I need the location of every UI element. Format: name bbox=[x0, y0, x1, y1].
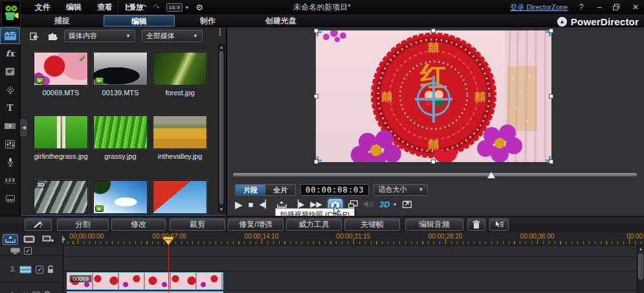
timeline-clip-video[interactable]: 00069 bbox=[67, 272, 223, 290]
split-button[interactable]: 分割 bbox=[57, 218, 109, 231]
preview-seek-slider[interactable] bbox=[232, 172, 638, 177]
scrollbar-thumb[interactable] bbox=[219, 51, 223, 204]
help-button[interactable]: ? bbox=[577, 3, 586, 12]
sidebar-item-pip-objects-room[interactable]: ✱✱ bbox=[0, 62, 20, 80]
play-button[interactable]: ▶ bbox=[235, 200, 243, 209]
timeline-ruler[interactable]: 00:00:00:00 00:00:07:05 00:00:14:10 00:0… bbox=[65, 231, 644, 246]
track-manager-button[interactable] bbox=[40, 234, 56, 245]
sidebar-item-voiceover-room[interactable] bbox=[0, 153, 20, 171]
video-clip-badge-icon: ▶ bbox=[95, 205, 104, 212]
resize-handle-w[interactable] bbox=[314, 94, 318, 99]
undock-preview-button[interactable] bbox=[403, 200, 412, 208]
delete-trash-button[interactable] bbox=[467, 218, 485, 231]
collapse-panel-handle[interactable]: ◀ bbox=[20, 118, 28, 137]
media-label: girlinthegrass.jpg bbox=[34, 152, 88, 160]
playhead-line[interactable] bbox=[168, 238, 169, 293]
dual-preview-button[interactable] bbox=[348, 200, 358, 208]
title-room-icon: T bbox=[6, 102, 13, 113]
preview-stage[interactable]: 囍 囍 囍 囍 红 bbox=[316, 30, 551, 162]
media-thumbnail-girlinthegrass[interactable] bbox=[34, 115, 88, 149]
stop-button[interactable]: ■ bbox=[249, 200, 254, 209]
library-scrollbar[interactable]: ▲ ▼ bbox=[218, 44, 225, 213]
fix-enhance-button[interactable]: 修复/增强 bbox=[228, 218, 283, 231]
edit-audio-button[interactable]: 编辑音频 bbox=[405, 218, 463, 231]
menu-view[interactable]: 查看 bbox=[91, 1, 119, 14]
scroll-up-icon[interactable]: ▲ bbox=[219, 45, 224, 49]
scrollbar-thumb[interactable] bbox=[638, 253, 643, 279]
tab-edit[interactable]: 编辑 bbox=[104, 15, 175, 27]
sidebar-item-audio-mixing-room[interactable] bbox=[0, 135, 20, 153]
fast-forward-button[interactable]: ▶▶ bbox=[310, 200, 322, 208]
minimize-button[interactable]: – bbox=[595, 3, 604, 12]
menu-file[interactable]: 文件 bbox=[28, 1, 57, 14]
library-content-dropdown[interactable]: 媒体内容 ▼ bbox=[64, 30, 135, 42]
track-enable-checkbox[interactable]: ✓ bbox=[24, 247, 32, 255]
tab-capture[interactable]: 捕捉 bbox=[39, 15, 85, 27]
resize-handle-se[interactable] bbox=[549, 159, 553, 164]
sidebar-item-chapter-room[interactable]: 123 bbox=[0, 171, 20, 189]
sidebar-item-media-room[interactable] bbox=[0, 27, 20, 44]
context-menu-button[interactable] bbox=[489, 218, 509, 231]
magic-wand-button[interactable] bbox=[25, 218, 52, 231]
aspect-ratio-dropdown[interactable]: 16:9 ▼ bbox=[166, 3, 190, 12]
storyboard-view-button[interactable] bbox=[21, 234, 37, 245]
crop-button[interactable]: 裁剪 bbox=[170, 218, 225, 231]
timecode-display[interactable]: 00:00:08:03 bbox=[300, 184, 369, 196]
resize-handle-s[interactable] bbox=[431, 159, 436, 164]
media-thumbnail-umbrella[interactable] bbox=[153, 180, 207, 214]
media-thumbnail-3d[interactable]: 3D bbox=[34, 180, 88, 214]
media-thumbnail-00139[interactable]: ▶ bbox=[93, 52, 148, 86]
scroll-up-icon[interactable]: ▲ bbox=[639, 247, 643, 251]
redo-icon[interactable]: ↷ bbox=[153, 3, 160, 12]
step-ruler-button[interactable] bbox=[277, 200, 287, 208]
resize-handle-nw[interactable] bbox=[314, 29, 318, 33]
volume-muted-icon[interactable] bbox=[364, 200, 373, 208]
track-enable-checkbox[interactable]: ✓ bbox=[36, 266, 43, 274]
media-thumbnail-inthevalley[interactable] bbox=[153, 115, 207, 149]
tab-produce[interactable]: 制作 bbox=[186, 15, 229, 27]
menu-edit[interactable]: 编辑 bbox=[60, 1, 88, 14]
timeline-track-area[interactable]: 00069 00069 bbox=[64, 246, 637, 293]
media-thumbnail-sky[interactable]: ▶ bbox=[93, 180, 148, 214]
modify-button[interactable]: 修改 bbox=[111, 218, 166, 231]
power-tools-button[interactable]: 威力工具 bbox=[286, 218, 342, 231]
timeline-view-button[interactable] bbox=[3, 234, 18, 245]
settings-gear-icon[interactable]: ⚙ bbox=[195, 3, 203, 12]
mode-clip-button[interactable]: 片段 bbox=[236, 185, 265, 195]
3d-mode-dropdown[interactable]: 3D ▼ bbox=[379, 200, 397, 209]
sidebar-item-title-room[interactable]: T bbox=[0, 99, 20, 117]
seek-thumb[interactable] bbox=[487, 172, 495, 178]
tab-create-disc[interactable]: 创建光盘 bbox=[254, 15, 308, 27]
next-frame-button[interactable]: ▕▶ bbox=[293, 200, 304, 208]
restore-button[interactable] bbox=[613, 4, 622, 10]
zoom-fit-dropdown[interactable]: 适合大小 ▼ bbox=[373, 184, 428, 196]
resize-handle-ne[interactable] bbox=[549, 29, 553, 33]
sidebar-item-subtitle-room[interactable] bbox=[0, 189, 20, 207]
sidebar-item-transition-room[interactable] bbox=[0, 117, 20, 135]
unlock-icon[interactable] bbox=[47, 265, 54, 274]
import-media-icon[interactable] bbox=[30, 32, 41, 41]
previous-frame-button[interactable]: ◀▏ bbox=[259, 200, 271, 208]
mode-movie-button[interactable]: 全片 bbox=[265, 185, 295, 195]
media-type-dropdown[interactable]: 全部媒体 ▼ bbox=[142, 30, 203, 42]
undo-icon[interactable]: ↶ bbox=[139, 3, 146, 12]
media-thumbnail-forest[interactable] bbox=[153, 52, 207, 86]
keyframe-button[interactable]: 关键帧 bbox=[344, 218, 400, 231]
sidebar-item-particle-room[interactable] bbox=[0, 80, 20, 99]
rotate-circle-handle[interactable] bbox=[417, 82, 450, 116]
library-menu-icon[interactable]: ⋮ bbox=[216, 30, 224, 34]
resize-handle-sw[interactable] bbox=[314, 159, 318, 164]
media-thumbnail-00069[interactable]: ▶ ✓ bbox=[34, 52, 88, 86]
resize-handle-e[interactable] bbox=[549, 94, 553, 99]
login-directorzone-link[interactable]: 登录 DirectorZone bbox=[510, 3, 568, 12]
save-icon[interactable] bbox=[125, 3, 133, 11]
scroll-down-icon[interactable]: ▼ bbox=[219, 207, 224, 211]
close-button[interactable]: ✕ bbox=[631, 3, 640, 12]
ruler-label: 00:00:28:20 bbox=[428, 233, 463, 240]
sidebar-item-effect-room[interactable]: fx bbox=[0, 44, 20, 62]
timeline-scrollbar[interactable]: ▲ bbox=[637, 246, 644, 293]
plugin-puzzle-icon[interactable] bbox=[47, 31, 58, 41]
media-thumbnail-grassy[interactable] bbox=[93, 115, 148, 149]
playhead-marker[interactable] bbox=[163, 237, 173, 245]
resize-handle-n[interactable] bbox=[431, 29, 436, 33]
